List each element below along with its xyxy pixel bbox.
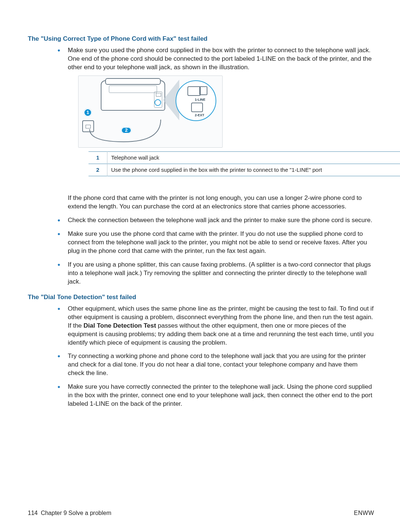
section2-bullets: Other equipment, which uses the same pho… xyxy=(57,305,374,408)
bullet-text: Make sure you have correctly connected t… xyxy=(68,383,372,407)
legend-num: 2 xyxy=(89,164,107,176)
list-item: Check the connection between the telepho… xyxy=(57,216,374,225)
printer-connection-illustration: 1-LINE 2-EXT 1 2 xyxy=(78,76,223,148)
zoom-detail-icon: 1-LINE 2-EXT xyxy=(176,80,216,121)
legend-text: Use the phone cord supplied in the box w… xyxy=(107,164,400,176)
table-row: 2 Use the phone cord supplied in the box… xyxy=(89,164,400,176)
bullet-text: Make sure you use the phone cord that ca… xyxy=(68,230,367,254)
page-footer: 114 Chapter 9 Solve a problem ENWW xyxy=(28,510,374,516)
list-item: Try connecting a working phone and phone… xyxy=(57,352,374,378)
footer-left: 114 Chapter 9 Solve a problem xyxy=(28,510,111,516)
bullet-text: Check the connection between the telepho… xyxy=(68,217,372,224)
bullet-text: Try connecting a working phone and phone… xyxy=(68,352,366,377)
section1-bullets-top: Make sure you used the phone cord suppli… xyxy=(57,46,374,286)
legend-num: 1 xyxy=(89,151,107,164)
list-item: Make sure you have correctly connected t… xyxy=(57,383,374,408)
page-number: 114 xyxy=(28,510,38,516)
port-label-ext: 2-EXT xyxy=(195,113,204,117)
callout-marker-2-icon: 2 xyxy=(121,127,131,134)
bullet-text-bold: Dial Tone Detection Test xyxy=(84,322,156,329)
illustration-legend-table: 1 Telephone wall jack 2 Use the phone co… xyxy=(89,151,400,177)
port-label-line: 1-LINE xyxy=(195,97,206,102)
document-page: The "Using Correct Type of Phone Cord wi… xyxy=(0,0,400,532)
list-item: Other equipment, which uses the same pho… xyxy=(57,305,374,347)
section2-content: Other equipment, which uses the same pho… xyxy=(57,305,374,408)
paragraph: If the phone cord that came with the pri… xyxy=(68,194,374,211)
list-item: Make sure you used the phone cord suppli… xyxy=(57,46,374,211)
callout-marker-1-icon: 1 xyxy=(84,108,92,117)
chapter-title: Chapter 9 Solve a problem xyxy=(41,510,111,516)
bullet-text: If you are using a phone splitter, this … xyxy=(68,261,371,285)
table-row: 1 Telephone wall jack xyxy=(89,151,400,164)
printer-icon xyxy=(101,80,165,111)
section-heading-dial-tone: The "Dial Tone Detection" test failed xyxy=(28,294,374,301)
list-item: If you are using a phone splitter, this … xyxy=(57,261,374,286)
section1-content: Make sure you used the phone cord suppli… xyxy=(57,46,374,286)
footer-marker: ENWW xyxy=(354,510,374,516)
bullet-text: Make sure you used the phone cord suppli… xyxy=(68,47,371,71)
illustration-wrapper: 1-LINE 2-EXT 1 2 xyxy=(78,76,374,177)
list-item: Make sure you use the phone cord that ca… xyxy=(57,230,374,255)
legend-text: Telephone wall jack xyxy=(107,151,400,164)
section-heading-phone-cord: The "Using Correct Type of Phone Cord wi… xyxy=(28,35,374,43)
